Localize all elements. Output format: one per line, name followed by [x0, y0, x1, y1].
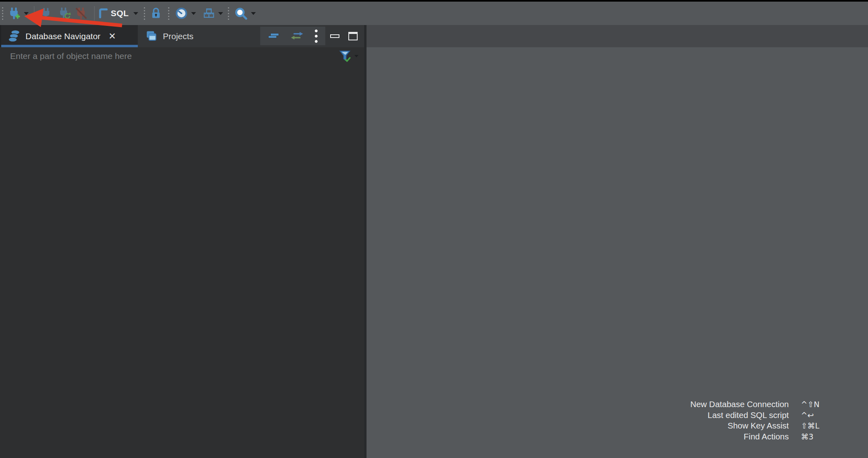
close-icon[interactable]: ✕ [109, 32, 116, 41]
maximize-icon[interactable] [348, 32, 358, 40]
drag-handle-icon[interactable] [1, 7, 4, 20]
minimize-icon[interactable] [330, 34, 339, 38]
toolbar-separator [34, 6, 34, 21]
new-connection-button[interactable] [8, 7, 29, 19]
lock-button[interactable] [150, 7, 162, 19]
gauge-icon [175, 7, 188, 20]
object-filter-input[interactable] [0, 51, 338, 61]
shortcut-keys: ⌘3 [801, 431, 834, 442]
collapse-all-icon[interactable] [268, 31, 280, 41]
workbench: Database Navigator ✕ Projects [0, 25, 868, 458]
shortcut-keys: ^↩ [801, 410, 834, 421]
dropdown-arrow-icon[interactable] [251, 12, 256, 15]
search-button[interactable] [234, 7, 256, 20]
database-icon [7, 29, 21, 44]
editor-area: New Database Connection ^⇧N Last edited … [367, 25, 868, 458]
lock-icon [150, 7, 162, 19]
drivers-button[interactable] [203, 7, 223, 19]
navigator-panel: Database Navigator ✕ Projects [0, 25, 364, 458]
filter-icon [338, 49, 352, 63]
shortcut-hint-row: New Database Connection ^⇧N [690, 399, 834, 410]
shortcut-hint-row: Last edited SQL script ^↩ [690, 410, 834, 421]
plug-refresh-icon [58, 7, 71, 19]
kebab-menu-icon[interactable] [314, 29, 318, 43]
plug-disconnect-icon [75, 7, 87, 19]
shortcut-keys: ⇧⌘L [801, 420, 834, 431]
filter-settings-button[interactable] [338, 49, 358, 63]
shortcut-hint-row: Find Actions ⌘3 [690, 431, 834, 442]
shortcut-label: New Database Connection [690, 399, 789, 410]
shortcut-keys: ^⇧N [801, 399, 834, 410]
sql-script-icon [98, 7, 110, 19]
shortcut-label: Show Key Assist [727, 420, 789, 431]
link-editor-icon[interactable] [290, 30, 304, 42]
drag-handle-icon[interactable] [143, 7, 146, 20]
dropdown-arrow-icon[interactable] [218, 12, 223, 15]
sql-button-label: SQL [111, 8, 129, 18]
sql-editor-button[interactable]: SQL [98, 7, 138, 19]
plug-plus-icon [8, 7, 20, 19]
tab-projects[interactable]: Projects [139, 25, 199, 47]
dropdown-arrow-icon[interactable] [133, 12, 138, 15]
dropdown-arrow-icon[interactable] [24, 12, 29, 15]
panel-toolbar [260, 27, 325, 45]
main-toolbar: SQL [0, 2, 868, 25]
search-icon [234, 7, 247, 20]
tab-label: Projects [163, 32, 194, 41]
dropdown-arrow-icon[interactable] [191, 12, 196, 15]
shortcut-label: Find Actions [744, 431, 789, 442]
packages-icon [203, 7, 215, 19]
editor-tabstrip [367, 25, 868, 47]
drag-handle-icon[interactable] [167, 7, 170, 20]
shortcut-label: Last edited SQL script [708, 410, 789, 421]
shortcut-hint-row: Show Key Assist ⇧⌘L [690, 420, 834, 431]
toolbar-separator [94, 6, 95, 21]
dashboard-button[interactable] [175, 7, 196, 20]
projects-icon [145, 30, 158, 43]
reconnect-button[interactable] [58, 7, 71, 19]
connect-button[interactable] [40, 8, 52, 19]
dbeaver-window: { "toolbar": { "sql_label": "SQL", "icon… [0, 0, 868, 458]
editor-canvas: New Database Connection ^⇧N Last edited … [367, 47, 868, 458]
tabstrip-spacer [199, 25, 260, 47]
object-filter-row [0, 47, 364, 65]
shortcut-hints: New Database Connection ^⇧N Last edited … [690, 399, 834, 442]
tab-label: Database Navigator [25, 32, 101, 41]
tab-database-navigator[interactable]: Database Navigator ✕ [0, 25, 138, 47]
panel-window-buttons [330, 25, 358, 47]
disconnect-button[interactable] [75, 7, 87, 19]
plug-icon [40, 8, 52, 19]
drag-handle-icon[interactable] [227, 7, 230, 20]
navigator-tree-area [0, 65, 364, 458]
dropdown-arrow-icon[interactable] [354, 55, 358, 57]
panel-tabstrip: Database Navigator ✕ Projects [0, 25, 364, 47]
